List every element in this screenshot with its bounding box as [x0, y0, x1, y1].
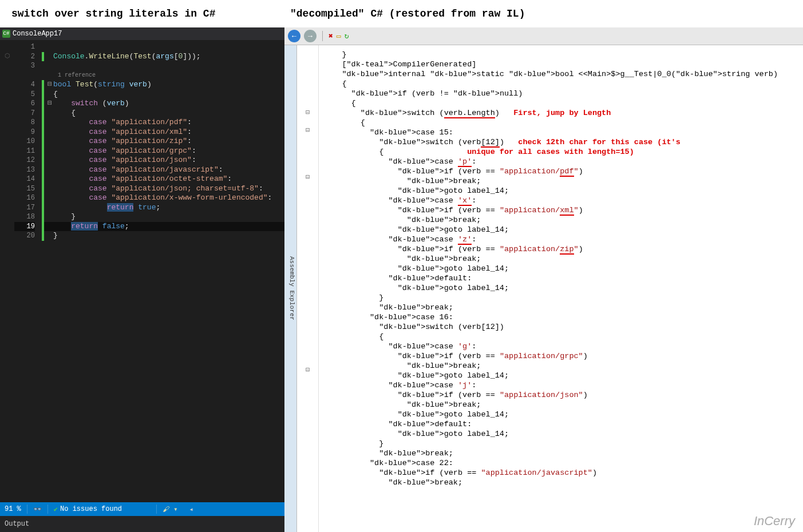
source-editor-panel: switch over string literals in C# C# Con…	[0, 0, 284, 532]
codelens-references[interactable]: 1 reference	[46, 71, 96, 81]
glasses-icon[interactable]: 👓	[33, 505, 42, 514]
check-icon: ✔	[54, 505, 58, 514]
breakpoint-margin[interactable]: ⬡	[0, 40, 14, 502]
issues-status[interactable]: No issues found	[60, 505, 122, 513]
nav-forward-button[interactable]: →	[304, 30, 317, 42]
tag-icon[interactable]: ▭	[337, 31, 341, 41]
right-title: "decompiled" C# (restored from raw IL)	[284, 0, 803, 27]
caret-left-icon[interactable]: ◂	[189, 505, 193, 514]
watermark: InCerry	[754, 514, 795, 529]
nav-back-button[interactable]: ←	[288, 30, 300, 42]
left-title: switch over string literals in C#	[0, 0, 284, 27]
fold-gutter[interactable]: ⊟ ⊟ ⊟ ⊟	[297, 45, 319, 532]
status-bar: 91 % 👓 ✔ No issues found 🖌 ▾ ◂	[0, 502, 284, 516]
clear-icon[interactable]: ✖	[329, 31, 333, 41]
refresh-icon[interactable]: ↻	[345, 31, 349, 41]
brush-icon[interactable]: 🖌 ▾	[163, 505, 177, 514]
decompiled-code[interactable]: } ["dk-teal">CompilerGenerated] "dk-blue…	[319, 45, 803, 532]
assembly-explorer-tab[interactable]: Assembly Explorer	[284, 45, 297, 532]
decompiler-toolbar: ← → ✖ ▭ ↻	[284, 27, 803, 45]
fold-icon[interactable]: ⊟	[46, 99, 53, 109]
output-panel-header[interactable]: Output	[0, 516, 284, 532]
fold-icon[interactable]: ⊟	[46, 80, 53, 90]
tab-name[interactable]: ConsoleApp17	[13, 30, 62, 38]
code-content[interactable]: Console.WriteLine(Test(args[0])); 1 refe…	[42, 40, 284, 502]
editor-tab-bar[interactable]: C# ConsoleApp17	[0, 27, 284, 40]
decompiler-panel: "decompiled" C# (restored from raw IL) ←…	[284, 0, 803, 532]
line-number-gutter[interactable]: 123 456 789 101112 131415 161718 1920	[14, 40, 42, 502]
csharp-icon: C#	[2, 30, 10, 38]
zoom-level[interactable]: 91 %	[5, 505, 21, 513]
